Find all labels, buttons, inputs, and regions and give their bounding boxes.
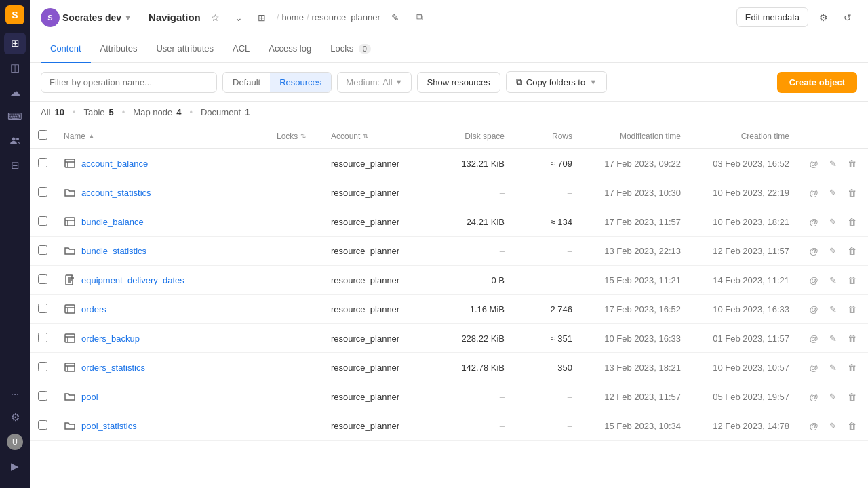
tab-user-attributes[interactable]: User attributes: [146, 35, 223, 63]
row-at-icon[interactable]: @: [806, 272, 822, 288]
chevron-down-button[interactable]: ⌄: [229, 8, 248, 27]
row-delete-icon[interactable]: 🗑: [844, 272, 860, 288]
btn-default[interactable]: Default: [223, 73, 270, 92]
row-at-icon[interactable]: @: [806, 301, 822, 317]
col-account-header[interactable]: Account ⇅: [323, 123, 431, 149]
row-delete-icon[interactable]: 🗑: [844, 359, 860, 375]
col-locks-header[interactable]: Locks ⇅: [269, 123, 323, 149]
row-name[interactable]: orders_statistics: [81, 363, 145, 373]
row-checkbox-cell[interactable]: [30, 324, 56, 353]
row-delete-icon[interactable]: 🗑: [844, 330, 860, 346]
row-edit-icon[interactable]: ✎: [825, 184, 841, 201]
row-checkbox-cell[interactable]: [30, 178, 56, 207]
tab-attributes[interactable]: Attributes: [91, 35, 147, 63]
row-edit-icon[interactable]: ✎: [825, 418, 841, 434]
sidebar-icon-cloud[interactable]: ☁: [4, 81, 26, 103]
create-object-button[interactable]: Create object: [777, 72, 857, 93]
row-checkbox[interactable]: [38, 245, 47, 255]
row-at-icon[interactable]: @: [806, 330, 822, 346]
select-all-checkbox[interactable]: [38, 130, 47, 140]
row-edit-icon[interactable]: ✎: [825, 330, 841, 346]
grid-view-button[interactable]: ⊞: [252, 8, 271, 27]
tab-locks[interactable]: Locks 0: [321, 35, 380, 63]
row-delete-icon[interactable]: 🗑: [844, 184, 860, 201]
row-delete-icon[interactable]: 🗑: [844, 214, 860, 230]
filter-input[interactable]: [41, 72, 217, 93]
row-at-icon[interactable]: @: [806, 243, 822, 259]
tab-content[interactable]: Content: [41, 35, 91, 63]
settings-button[interactable]: ⚙: [814, 8, 833, 27]
sidebar-icon-settings[interactable]: ⚙: [4, 407, 26, 428]
app-logo[interactable]: S: [5, 5, 24, 24]
row-checkbox[interactable]: [38, 216, 47, 226]
btn-resources[interactable]: Resources: [270, 73, 331, 92]
row-checkbox[interactable]: [38, 420, 47, 430]
row-edit-icon[interactable]: ✎: [825, 155, 841, 171]
row-checkbox-cell[interactable]: [30, 237, 56, 266]
sidebar-icon-more[interactable]: ···: [4, 382, 26, 404]
row-checkbox[interactable]: [38, 362, 47, 371]
sidebar-icon-layers[interactable]: ◫: [4, 57, 26, 79]
row-name[interactable]: equipment_delivery_dates: [81, 275, 184, 285]
row-name[interactable]: bundle_statistics: [81, 246, 146, 256]
row-checkbox-cell[interactable]: [30, 207, 56, 237]
row-edit-icon[interactable]: ✎: [825, 272, 841, 288]
sidebar-icon-users[interactable]: [4, 130, 26, 152]
star-button[interactable]: ☆: [206, 8, 225, 27]
row-checkbox[interactable]: [38, 333, 47, 342]
row-delete-icon[interactable]: 🗑: [844, 301, 860, 317]
row-checkbox-cell[interactable]: [30, 295, 56, 324]
row-edit-icon[interactable]: ✎: [825, 359, 841, 375]
row-checkbox-cell[interactable]: [30, 149, 56, 178]
copy-folders-button[interactable]: ⧉ Copy folders to ▼: [506, 71, 607, 93]
row-delete-icon[interactable]: 🗑: [844, 418, 860, 434]
sidebar-icon-grid[interactable]: ⊟: [4, 155, 26, 176]
sidebar-icon-table[interactable]: ⊞: [4, 33, 26, 54]
row-checkbox-cell[interactable]: [30, 266, 56, 295]
row-at-icon[interactable]: @: [806, 214, 822, 230]
row-checkbox-cell[interactable]: [30, 411, 56, 441]
nav-label[interactable]: Navigation: [149, 12, 201, 23]
row-name[interactable]: orders_backup: [81, 333, 140, 344]
sidebar-icon-expand[interactable]: ▶: [4, 455, 26, 477]
row-name[interactable]: bundle_balance: [81, 217, 144, 227]
row-edit-icon[interactable]: ✎: [825, 214, 841, 230]
sidebar-icon-user[interactable]: U: [4, 431, 26, 453]
row-edit-icon[interactable]: ✎: [825, 243, 841, 259]
edit-pencil-button[interactable]: ✎: [386, 8, 405, 27]
row-checkbox[interactable]: [38, 158, 47, 167]
copy-button[interactable]: ⧉: [410, 8, 429, 27]
row-at-icon[interactable]: @: [806, 418, 822, 434]
row-delete-icon[interactable]: 🗑: [844, 155, 860, 171]
row-at-icon[interactable]: @: [806, 359, 822, 375]
row-checkbox[interactable]: [38, 187, 47, 197]
row-at-icon[interactable]: @: [806, 388, 822, 405]
row-name[interactable]: orders: [81, 304, 106, 314]
row-name[interactable]: account_balance: [81, 159, 148, 169]
row-checkbox[interactable]: [38, 274, 47, 284]
row-checkbox-cell[interactable]: [30, 353, 56, 382]
refresh-button[interactable]: ↺: [838, 8, 857, 27]
tab-access-log[interactable]: Access log: [259, 35, 321, 63]
workspace-selector[interactable]: S Socrates dev ▼: [41, 8, 132, 27]
col-name-header[interactable]: Name ▲: [56, 123, 269, 149]
row-delete-icon[interactable]: 🗑: [844, 243, 860, 259]
sidebar-icon-code[interactable]: ⌨: [4, 106, 26, 127]
breadcrumb-home[interactable]: home: [281, 12, 304, 22]
row-name[interactable]: pool: [81, 392, 98, 402]
medium-selector[interactable]: Medium: All ▼: [337, 72, 411, 93]
show-resources-button[interactable]: Show resources: [417, 72, 500, 93]
row-at-icon[interactable]: @: [806, 155, 822, 171]
edit-metadata-button[interactable]: Edit metadata: [736, 7, 808, 27]
row-checkbox[interactable]: [38, 391, 47, 401]
row-delete-icon[interactable]: 🗑: [844, 388, 860, 405]
row-checkbox[interactable]: [38, 304, 47, 313]
row-name[interactable]: account_statistics: [81, 188, 151, 198]
row-edit-icon[interactable]: ✎: [825, 388, 841, 405]
col-select-all[interactable]: [30, 123, 56, 149]
tab-acl[interactable]: ACL: [223, 35, 259, 63]
row-at-icon[interactable]: @: [806, 184, 822, 201]
row-edit-icon[interactable]: ✎: [825, 301, 841, 317]
row-checkbox-cell[interactable]: [30, 382, 56, 411]
row-name[interactable]: pool_statistics: [81, 421, 137, 431]
